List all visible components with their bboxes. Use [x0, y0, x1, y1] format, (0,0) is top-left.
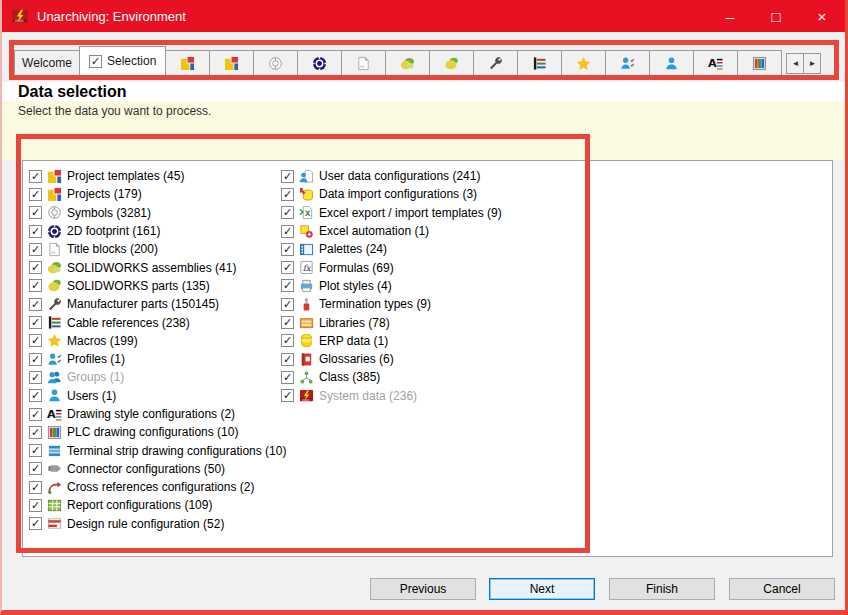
tab-welcome[interactable]: Welcome — [14, 50, 80, 76]
list-item[interactable]: ✓Report configurations (109) — [29, 496, 281, 514]
list-item[interactable]: ✓Groups (1) — [29, 368, 281, 386]
checkbox[interactable]: ✓ — [29, 188, 42, 201]
checkbox[interactable]: ✓ — [281, 279, 294, 292]
list-item[interactable]: ✓Projects (179) — [29, 185, 281, 203]
tab-selection[interactable]: ✓ Selection — [79, 46, 166, 76]
tab-macros[interactable] — [561, 50, 606, 76]
tab-title-blocks[interactable] — [341, 50, 386, 76]
tab-users[interactable] — [649, 50, 694, 76]
checkbox[interactable]: ✓ — [29, 298, 42, 311]
checkbox[interactable]: ✓ — [281, 316, 294, 329]
list-item[interactable]: ✓Design rule configuration (52) — [29, 515, 281, 533]
checkbox[interactable]: ✓ — [29, 408, 42, 421]
checkbox[interactable]: ✓ — [29, 481, 42, 494]
list-item[interactable]: ✓User data configurations (241) — [281, 167, 832, 185]
checkbox[interactable]: ✓ — [281, 243, 294, 256]
checkbox[interactable]: ✓ — [29, 170, 42, 183]
connector-icon — [47, 461, 62, 476]
list-item[interactable]: ✓Terminal strip drawing configurations (… — [29, 441, 281, 459]
list-item[interactable]: ✓Cross references configurations (2) — [29, 478, 281, 496]
tab-solidworks-assemblies[interactable] — [385, 50, 430, 76]
tab-drawing-styles[interactable] — [693, 50, 738, 76]
list-item[interactable]: ✓Manufacturer parts (150145) — [29, 295, 281, 313]
selection-tab-checkbox[interactable]: ✓ — [89, 55, 102, 68]
checkbox[interactable]: ✓ — [281, 170, 294, 183]
list-item[interactable]: ✓Title blocks (200) — [29, 240, 281, 258]
checkbox[interactable]: ✓ — [29, 316, 42, 329]
list-item[interactable]: ✓Profiles (1) — [29, 350, 281, 368]
list-item[interactable]: ✓Termination types (9) — [281, 295, 832, 313]
list-item[interactable]: ✓Glossaries (6) — [281, 350, 832, 368]
tab-symbols[interactable] — [253, 50, 298, 76]
maximize-button[interactable]: □ — [753, 0, 799, 32]
list-item[interactable]: ✓Libraries (78) — [281, 313, 832, 331]
list-item[interactable]: ✓Class (385) — [281, 368, 832, 386]
list-item-label: Class (385) — [319, 370, 380, 384]
macro-icon — [47, 333, 62, 348]
list-item[interactable]: ✓2D footprint (161) — [29, 222, 281, 240]
checkbox[interactable]: ✓ — [281, 188, 294, 201]
checkbox[interactable]: ✓ — [29, 353, 42, 366]
checkbox[interactable]: ✓ — [29, 261, 42, 274]
tab-plc-drawings[interactable] — [737, 50, 782, 76]
checkbox[interactable]: ✓ — [29, 206, 42, 219]
checkbox[interactable]: ✓ — [29, 499, 42, 512]
checkbox[interactable]: ✓ — [281, 225, 294, 238]
list-item[interactable]: ✓SOLIDWORKS assemblies (41) — [29, 258, 281, 276]
tab-2d-footprint[interactable] — [297, 50, 342, 76]
minimize-button[interactable]: – — [707, 0, 753, 32]
list-item[interactable]: ✓Project templates (45) — [29, 167, 281, 185]
tab-cable-references[interactable] — [517, 50, 562, 76]
checkbox[interactable]: ✓ — [281, 261, 294, 274]
list-item[interactable]: ✓Plot styles (4) — [281, 277, 832, 295]
next-button[interactable]: Next — [489, 578, 595, 600]
previous-button[interactable]: Previous — [370, 578, 476, 600]
checkbox[interactable]: ✓ — [29, 334, 42, 347]
list-item[interactable]: ✓Data import configurations (3) — [281, 185, 832, 203]
checkbox[interactable]: ✓ — [281, 206, 294, 219]
checkbox[interactable]: ✓ — [281, 353, 294, 366]
user-icon — [47, 388, 62, 403]
list-item[interactable]: ✓Excel export / import templates (9) — [281, 204, 832, 222]
checkbox[interactable]: ✓ — [29, 462, 42, 475]
list-item[interactable]: ✓Connector configurations (50) — [29, 460, 281, 478]
close-button[interactable]: × — [799, 0, 845, 32]
tab-project-templates[interactable] — [165, 50, 210, 76]
checkbox[interactable]: ✓ — [29, 426, 42, 439]
checkbox[interactable]: ✓ — [281, 334, 294, 347]
checkbox[interactable]: ✓ — [281, 389, 294, 402]
tab-solidworks-parts[interactable] — [429, 50, 474, 76]
list-column-2: ✓User data configurations (241)✓Data imp… — [281, 167, 832, 556]
tab-projects[interactable] — [209, 50, 254, 76]
tab-profiles[interactable] — [605, 50, 650, 76]
checkbox[interactable]: ✓ — [29, 243, 42, 256]
finish-button[interactable]: Finish — [609, 578, 715, 600]
checkbox[interactable]: ✓ — [29, 371, 42, 384]
checkbox[interactable]: ✓ — [281, 298, 294, 311]
list-item[interactable]: ✓SOLIDWORKS parts (135) — [29, 277, 281, 295]
list-item[interactable]: ✓Cable references (238) — [29, 313, 281, 331]
list-item-label: Excel automation (1) — [319, 224, 429, 238]
list-item[interactable]: ✓Palettes (24) — [281, 240, 832, 258]
tab-selection-label: Selection — [107, 54, 156, 68]
tab-scroll-left-button[interactable]: ◄ — [786, 53, 804, 74]
list-item[interactable]: ✓Symbols (3281) — [29, 204, 281, 222]
list-item[interactable]: ✓Users (1) — [29, 387, 281, 405]
checkbox[interactable]: ✓ — [29, 225, 42, 238]
list-item[interactable]: ✓Formulas (69) — [281, 258, 832, 276]
checkbox[interactable]: ✓ — [29, 444, 42, 457]
list-item[interactable]: ✓ERP data (1) — [281, 332, 832, 350]
checkbox[interactable]: ✓ — [281, 371, 294, 384]
checkbox[interactable]: ✓ — [29, 517, 42, 530]
excelauto-icon — [299, 224, 314, 239]
list-item[interactable]: ✓Excel automation (1) — [281, 222, 832, 240]
list-item[interactable]: ✓Macros (199) — [29, 332, 281, 350]
list-item[interactable]: ✓PLC drawing configurations (10) — [29, 423, 281, 441]
list-item[interactable]: ✓Drawing style configurations (2) — [29, 405, 281, 423]
checkbox[interactable]: ✓ — [29, 279, 42, 292]
tab-manufacturer-parts[interactable] — [473, 50, 518, 76]
list-item[interactable]: ✓System data (236) — [281, 387, 832, 405]
cancel-button[interactable]: Cancel — [729, 578, 835, 600]
tab-scroll-right-button[interactable]: ► — [803, 53, 821, 74]
checkbox[interactable]: ✓ — [29, 389, 42, 402]
